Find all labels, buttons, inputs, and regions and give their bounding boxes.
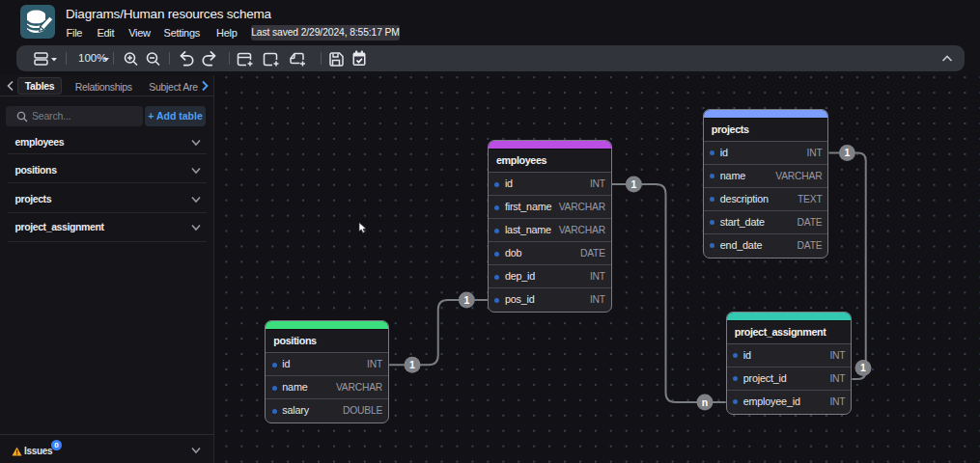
svg-text:n: n [702,396,708,408]
svg-text:1: 1 [844,147,850,158]
svg-text:1: 1 [630,178,636,190]
svg-text:1: 1 [463,294,469,306]
svg-text:1: 1 [409,359,415,370]
svg-text:1: 1 [860,362,866,373]
